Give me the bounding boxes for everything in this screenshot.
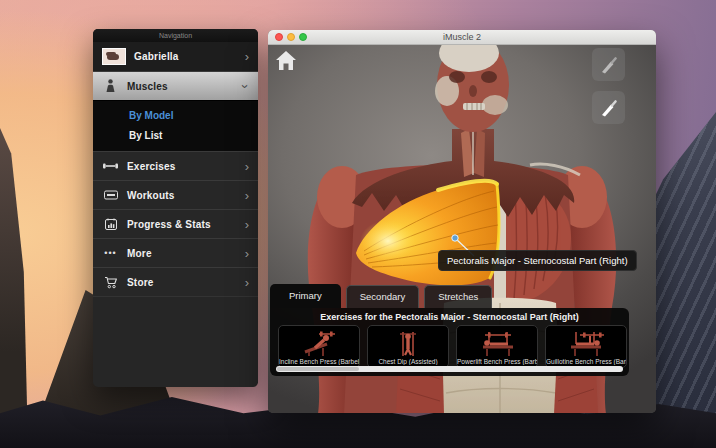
exercise-card-powerlift-bench-press[interactable]: Powerlift Bench Press (Barbell) (456, 325, 538, 368)
progress-calendar-icon (102, 218, 119, 230)
exercise-card-chest-dip[interactable]: Chest Dip (Assisted) (367, 325, 449, 368)
exercises-header: Exercises for the Pectoralis Major - Ste… (270, 308, 629, 322)
profile-label: Gabriella (134, 51, 179, 62)
chest-dip-thumbnail (386, 330, 430, 356)
store-label: Store (127, 277, 154, 288)
home-icon (276, 51, 296, 70)
submenu-item-by-model[interactable]: By Model (129, 110, 258, 121)
scalpel-tool-button[interactable] (592, 48, 625, 81)
model-head (435, 45, 509, 132)
scalpel-icon (600, 56, 618, 74)
avatar (102, 48, 126, 65)
exercises-label: Exercises (127, 161, 176, 172)
progress-stats-label: Progress & Stats (127, 219, 211, 230)
tab-secondary[interactable]: Secondary (346, 285, 419, 308)
muscle-tooltip: Pectoralis Major - Sternocostal Part (Ri… (438, 250, 637, 271)
dumbbell-icon (102, 162, 119, 170)
exercise-card-list: Incline Bench Press (Barbell) Chest (278, 325, 627, 368)
muscle-figure-icon (102, 79, 119, 93)
chevron-right-icon: › (245, 189, 249, 202)
wallpaper-left-cliff (0, 128, 28, 448)
sidebar-item-progress-stats[interactable]: Progress & Stats › (93, 209, 258, 238)
close-button[interactable] (275, 33, 283, 41)
chevron-down-icon: › (238, 84, 251, 88)
tab-stretches[interactable]: Stretches (424, 285, 492, 308)
window-titlebar[interactable]: iMuscle 2 (268, 30, 656, 45)
submenu-item-by-list[interactable]: By List (129, 130, 258, 141)
scalpel-icon (600, 99, 618, 117)
exercise-card-guillotine-bench-press[interactable]: Guillotine Bench Press (Barbell) (545, 325, 627, 368)
minimize-button[interactable] (287, 33, 295, 41)
incline-bench-press-thumbnail (297, 330, 341, 356)
sidebar-item-profile[interactable]: Gabriella › (93, 42, 258, 71)
exercise-scrollbar-thumb[interactable] (277, 367, 359, 371)
chevron-right-icon: › (245, 50, 249, 63)
guillotine-bench-press-thumbnail (564, 330, 608, 356)
sidebar-item-exercises[interactable]: Exercises › (93, 151, 258, 180)
chevron-right-icon: › (245, 218, 249, 231)
desktop: Navigation Gabriella › Muscles › By Mode… (0, 0, 716, 448)
exercise-scrollbar[interactable] (276, 366, 623, 372)
navigation-panel-empty-area (93, 296, 258, 383)
sidebar-item-workouts[interactable]: Workouts › (93, 180, 258, 209)
scalpel-tool-button-active[interactable] (592, 91, 625, 124)
exercise-card-label: Chest Dip (Assisted) (368, 358, 448, 365)
sidebar-item-store[interactable]: Store › (93, 267, 258, 296)
exercise-card-label: Powerlift Bench Press (Barbell) (457, 358, 537, 365)
navigation-panel: Navigation Gabriella › Muscles › By Mode… (93, 29, 258, 387)
window-title: iMuscle 2 (268, 30, 656, 44)
muscles-label: Muscles (127, 81, 168, 92)
chevron-right-icon: › (245, 247, 249, 260)
exercise-card-label: Incline Bench Press (Barbell) (279, 358, 359, 365)
workouts-label: Workouts (127, 190, 175, 201)
chevron-right-icon: › (245, 160, 249, 173)
tab-primary[interactable]: Primary (270, 284, 341, 308)
sidebar-item-more[interactable]: ••• More › (93, 238, 258, 267)
workout-bench-icon (102, 190, 119, 200)
anatomy-viewport[interactable]: Pectoralis Major - Sternocostal Part (Ri… (268, 45, 656, 413)
traffic-lights (275, 33, 307, 41)
shopping-cart-icon (102, 276, 119, 289)
chevron-right-icon: › (245, 276, 249, 289)
exercise-tabs: Primary Secondary Stretches (270, 284, 492, 308)
sidebar-item-muscles[interactable]: Muscles › (93, 71, 258, 100)
exercise-card-incline-bench-press[interactable]: Incline Bench Press (Barbell) (278, 325, 360, 368)
home-button[interactable] (274, 48, 298, 72)
imuscle-window: iMuscle 2 (268, 30, 656, 413)
muscles-submenu: By Model By List (93, 100, 258, 151)
exercises-tray: Exercises for the Pectoralis Major - Ste… (270, 308, 629, 376)
more-label: More (127, 248, 152, 259)
selection-pin-dot (452, 235, 458, 241)
powerlift-bench-press-thumbnail (475, 330, 519, 356)
exercise-card-label: Guillotine Bench Press (Barbell) (546, 358, 626, 365)
more-dots-icon: ••• (102, 248, 119, 258)
navigation-panel-title[interactable]: Navigation (93, 29, 258, 42)
zoom-button[interactable] (299, 33, 307, 41)
